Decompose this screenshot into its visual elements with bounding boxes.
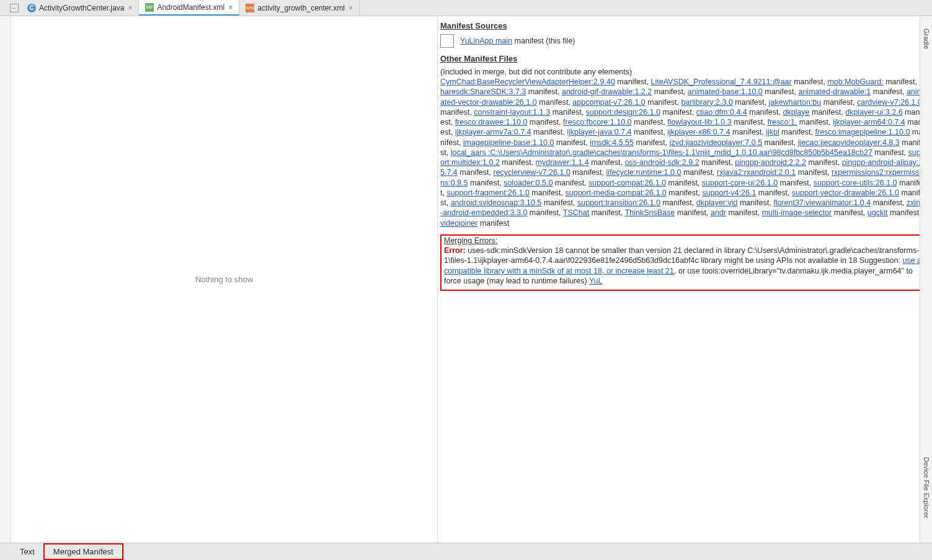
tab-scroll-left-icon[interactable]: ← <box>10 4 19 12</box>
manifest-link[interactable]: flowlayout-lib:1.0.3 <box>667 118 732 127</box>
manifest-link[interactable]: imsdk:4.5.55 <box>590 138 634 147</box>
manifest-link[interactable]: ijkplayer-armv7a:0.7.4 <box>455 128 531 136</box>
manifest-link[interactable]: soloader:0.5.0 <box>504 179 553 187</box>
manifest-link[interactable]: animated-base:1.10.0 <box>688 87 763 96</box>
merged-manifest-right-panel[interactable]: Manifest Sources YuLinApp main manifest … <box>438 16 932 543</box>
manifest-link[interactable]: android:svideosnap:3.10.5 <box>451 198 542 207</box>
manifest-link[interactable]: dkplaye <box>783 108 809 117</box>
manifest-link[interactable]: dkplayer:vid <box>696 198 738 207</box>
manifest-link[interactable]: lifecycle:runtime:1.0.0 <box>606 168 681 177</box>
manifest-link[interactable]: ugckit <box>868 208 888 217</box>
manifest-sep: manifest, <box>726 208 762 217</box>
manifest-link[interactable]: fresco:fbcore:1.10.0 <box>563 118 631 127</box>
tab-label: activity_growth_center.xml <box>257 4 345 12</box>
manifest-link[interactable]: fresco:imagepipeline:1.10.0 <box>815 128 910 136</box>
manifest-link[interactable]: support-media-compat:26.1.0 <box>566 189 667 197</box>
manifest-link[interactable]: recyclerview-v7:26.1.0 <box>493 168 570 177</box>
manifest-sep: manifest, <box>631 128 667 136</box>
manifest-sep: manifest, <box>634 138 670 147</box>
manifest-sep: manifest, <box>872 148 908 157</box>
tab-android-manifest-xml[interactable]: MF AndroidManifest.xml × <box>139 0 239 16</box>
manifest-link[interactable]: ijkplayer-x86:0.7.4 <box>667 128 730 136</box>
manifest-link[interactable]: local_aars :C:\Users\Administrator\.grad… <box>451 148 872 157</box>
manifest-sep: manifest, <box>440 108 474 117</box>
close-icon[interactable]: × <box>128 4 132 12</box>
manifest-link[interactable]: pingpp-android:2.2.2 <box>735 158 806 167</box>
manifest-link[interactable]: multi-image-selector <box>762 208 832 217</box>
manifest-link[interactable]: support:transition:26.1.0 <box>577 198 660 207</box>
manifest-link[interactable]: support-compat:26.1.0 <box>588 179 666 187</box>
manifest-link[interactable]: support-core-utils:26.1.0 <box>814 179 897 187</box>
manifest-link[interactable]: barlibrary:2.3.0 <box>681 98 732 107</box>
manifest-sep: manifest, <box>646 98 681 107</box>
manifest-link[interactable]: imagepipeline-base:1.10.0 <box>463 138 554 147</box>
manifest-sep: manifest, <box>660 198 696 207</box>
manifest-link[interactable]: jakewharton:bu <box>769 98 822 107</box>
error-source-link[interactable]: YuL <box>589 277 603 285</box>
manifest-link[interactable]: CymChad:BaseRecyclerViewAdapterHelper:2.… <box>440 78 615 86</box>
manifest-link[interactable]: ctiao:dfm:0.4.4 <box>696 108 747 117</box>
manifest-sep: manifest, <box>747 108 783 117</box>
manifest-link[interactable]: mydrawer:1.1.4 <box>536 158 589 167</box>
manifest-sep: manifest, <box>681 168 717 177</box>
close-icon[interactable]: × <box>228 3 233 12</box>
manifest-link[interactable]: support-vector-drawable:26.1.0 <box>792 189 899 197</box>
manifest-sep: manifest, <box>527 118 563 127</box>
manifest-link[interactable]: ijkplayer-java:0.7.4 <box>567 128 631 136</box>
manifest-link[interactable]: animated-drawable:1 <box>798 87 871 96</box>
manifest-sep: manifest, <box>530 189 566 197</box>
tab-activity-growth-center-xml[interactable]: xml activity_growth_center.xml × <box>239 0 360 16</box>
manifest-link[interactable]: cardview-v7:26.1.0 <box>857 98 922 107</box>
manifest-link[interactable]: android-gif-drawable:1.2.2 <box>562 87 652 96</box>
manifest-icon: MF <box>145 3 154 12</box>
manifest-sep: manifest, <box>632 118 668 127</box>
editor-main: Nothing to show Manifest Sources YuLinAp… <box>0 16 932 543</box>
manifest-link[interactable]: appcompat-v7:26.1.0 <box>572 98 645 107</box>
manifest-link[interactable]: videojoiner <box>440 219 477 228</box>
manifest-link[interactable]: mob:MobGuard: <box>827 78 883 86</box>
manifest-sep: manifest, <box>871 198 907 207</box>
manifest-link[interactable]: ijkpl <box>766 128 779 136</box>
tab-activity-growth-center-java[interactable]: C ActivityGrowthCenter.java × <box>21 0 139 16</box>
manifest-link[interactable]: rxjava2:rxandroid:2.0.1 <box>717 168 796 177</box>
manifest-link[interactable]: support-v4:26.1 <box>702 189 756 197</box>
manifest-link[interactable]: fresco:drawee:1.10.0 <box>455 118 528 127</box>
manifest-sep: manifest, <box>660 108 696 117</box>
manifest-sep: manifest, <box>779 128 815 136</box>
main-manifest-link[interactable]: YuLinApp main <box>460 37 512 45</box>
manifest-link[interactable]: fresco:1. <box>767 118 797 127</box>
manifest-link[interactable]: constraint-layout:1.1.3 <box>474 108 550 117</box>
manifest-link[interactable]: LiteAVSDK_Professional_7.4.9211:@aar <box>651 78 792 86</box>
manifest-link[interactable]: florent37:viewanimator:1.0.4 <box>773 198 871 207</box>
other-manifests-list: CymChad:BaseRecyclerViewAdapterHelper:2.… <box>440 77 927 228</box>
manifest-sep: manifest, <box>792 78 828 86</box>
manifest-sep: manifest, <box>821 98 857 107</box>
manifest-sep: manifest, <box>732 118 768 127</box>
manifest-sep: manifest, <box>500 158 536 167</box>
manifest-sep: manifest, <box>526 87 562 96</box>
manifest-link[interactable]: jzvd:jiaozivideoplayer:7.0.5 <box>670 138 762 147</box>
manifest-link[interactable]: support-core-ui:26.1.0 <box>702 179 778 187</box>
manifest-link[interactable]: oss-android-sdk:2.9.2 <box>624 158 699 167</box>
close-icon[interactable]: × <box>348 4 353 12</box>
side-tab-device-file-explorer[interactable]: Device File Explorer <box>923 457 930 518</box>
manifest-sep: manifest, <box>541 198 577 207</box>
manifest-link[interactable]: support-fragment:26.1.0 <box>446 189 529 197</box>
tab-merged-manifest[interactable]: Merged Manifest <box>43 543 123 560</box>
manifest-link[interactable]: TSChat <box>563 208 589 217</box>
manifest-link[interactable]: ThinkSnsBase <box>625 208 675 217</box>
manifest-view-tabs: Text Merged Manifest <box>0 543 932 560</box>
manifest-link[interactable]: andr <box>711 208 726 217</box>
manifest-link[interactable]: jiecao:jiecaovideoplayer:4.8.3 <box>798 138 900 147</box>
tab-label: ActivityGrowthCenter.java <box>39 4 124 12</box>
main-manifest-suffix: manifest (this file) <box>512 37 575 45</box>
manifest-sep: manifest, <box>762 138 798 147</box>
manifest-sep: manifest, <box>553 179 588 187</box>
manifest-link[interactable]: dkplayer-ui:3.2.6 <box>845 108 902 117</box>
manifest-sep: manifest, <box>570 168 606 177</box>
manifest-link[interactable]: support:design:26.1.0 <box>586 108 660 117</box>
tab-text[interactable]: Text <box>11 544 43 559</box>
side-tab-gradle[interactable]: Gradle <box>923 29 930 49</box>
manifest-sep: manifest, <box>589 208 624 217</box>
manifest-link[interactable]: ijkplayer-arm64:0.7.4 <box>833 118 905 127</box>
